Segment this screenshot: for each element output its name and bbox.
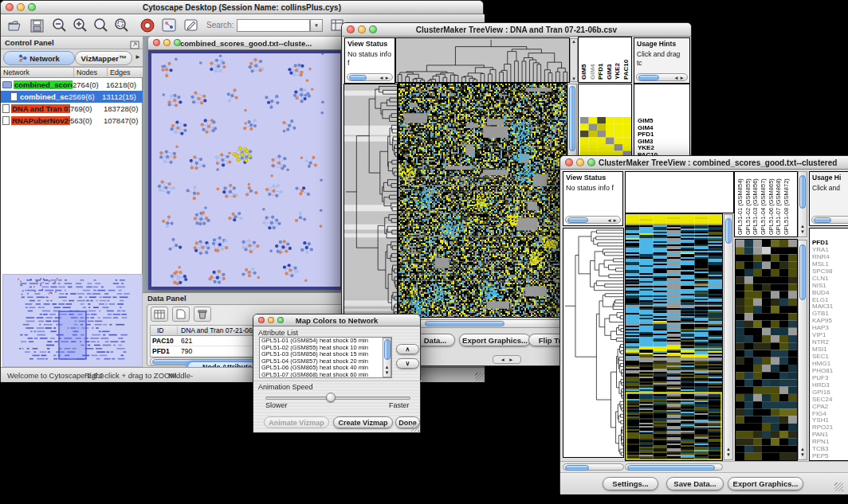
zoom-out-icon[interactable] [50, 16, 69, 35]
new-attribute-icon[interactable] [172, 307, 190, 322]
tv1-save-data-button[interactable]: Data... [415, 334, 455, 346]
tv2-export-graphics-button[interactable]: Export Graphics... [728, 477, 803, 490]
tv1-status-scrollbar[interactable]: ◄► [347, 73, 393, 81]
tv1-heatmap-canvas[interactable] [398, 84, 567, 317]
search-dropdown-icon[interactable]: ▼ [310, 19, 323, 32]
scrollbar-thumb[interactable] [627, 465, 715, 471]
zoom-button[interactable] [369, 25, 377, 33]
resize-grip[interactable] [475, 373, 484, 381]
scrollbar-thumb[interactable] [425, 321, 504, 326]
network-overview-canvas[interactable] [2, 274, 143, 367]
network-row[interactable]: RNAPuberNov2+563(0)107847(0) [1, 115, 143, 127]
close-button[interactable] [6, 3, 14, 11]
scroll-arrows[interactable]: ◄► [379, 75, 391, 80]
scroll-left-icon[interactable]: ◄ [607, 217, 612, 223]
move-up-button[interactable]: ∧ [396, 344, 419, 354]
tv2-dendrogram-canvas[interactable] [563, 229, 623, 457]
scroll-down-icon[interactable]: ▼ [571, 76, 577, 81]
header-edges[interactable]: Edges [108, 68, 143, 77]
move-down-button[interactable]: ∨ [396, 358, 419, 369]
animate-vizmap-button[interactable]: Animate Vizmap [264, 416, 329, 428]
tab-vizmapper[interactable]: VizMapper™ [75, 51, 132, 65]
create-vizmap-button[interactable]: Create Vizmap [333, 416, 393, 428]
scrollbar-thumb[interactable] [799, 175, 806, 209]
resize-grip[interactable] [410, 423, 419, 432]
treeview1-titlebar[interactable]: ClusterMaker TreeView : DNA and Tran 07-… [342, 23, 691, 37]
minimize-button[interactable] [17, 3, 25, 11]
minimize-button[interactable] [163, 39, 171, 46]
scroll-left-icon[interactable]: ◄ [501, 357, 505, 362]
tv2-settings-button[interactable]: Settings... [603, 477, 658, 490]
zoom-selected-icon[interactable] [112, 16, 132, 35]
header-nodes[interactable]: Nodes [74, 68, 108, 77]
tv1-left-dendrogram-canvas[interactable] [344, 84, 397, 318]
tv2-status-scrollbar[interactable]: ◄► [565, 216, 621, 224]
scroll-down-icon[interactable]: ▼ [799, 452, 807, 458]
tv1-top-dendrogram-canvas[interactable] [396, 38, 569, 82]
close-button[interactable] [347, 25, 355, 33]
scroll-up-icon[interactable]: ▲ [571, 39, 577, 44]
resize-grip[interactable] [834, 483, 843, 491]
minimize-button[interactable] [268, 317, 274, 323]
tv2-hints-scrollbar[interactable] [811, 216, 848, 224]
scroll-down-icon[interactable]: ▼ [383, 370, 391, 376]
scroll-left-icon[interactable]: ◄ [673, 75, 679, 80]
scrollbar-thumb[interactable] [638, 75, 659, 80]
network-row[interactable]: combined_scores2764(0)16218(0) [1, 79, 143, 91]
minimize-button[interactable] [358, 25, 366, 33]
close-button[interactable] [565, 158, 573, 166]
scrollbar-thumb[interactable] [814, 217, 831, 223]
scroll-arrows[interactable]: ◄► [607, 217, 618, 223]
scrollbar-thumb[interactable] [384, 339, 391, 360]
slider-thumb[interactable] [326, 393, 336, 402]
tv2-heat-hscrollbar[interactable] [625, 463, 723, 471]
tv2-labels-vscrollbar[interactable]: ▲ ▼ [798, 171, 807, 237]
zoom-button[interactable] [174, 39, 181, 46]
scroll-up-icon[interactable]: ▲ [799, 447, 807, 452]
network-row[interactable]: DNA and Tran 07769(0)183728(0) [1, 103, 143, 115]
scroll-right-icon[interactable]: ► [508, 357, 513, 362]
minimize-button[interactable] [576, 158, 584, 166]
tv2-heatmap-canvas[interactable] [626, 214, 722, 460]
zoom-button[interactable] [28, 3, 36, 11]
tv2-heatmap-vscrollbar[interactable]: ▲ ▼ [724, 214, 733, 460]
network-row[interactable]: combined_sco2569(6)13112(15) [1, 91, 143, 103]
help-ring-icon[interactable] [138, 16, 157, 35]
close-button[interactable] [258, 317, 265, 323]
header-network[interactable]: Network [1, 68, 74, 77]
tv1-bottom-scroll-arrows[interactable]: ◄► [493, 355, 521, 364]
scroll-right-icon[interactable]: ► [385, 75, 391, 80]
tv2-dendro-hscrollbar[interactable] [563, 463, 624, 471]
scroll-right-icon[interactable]: ► [680, 75, 685, 80]
dialog-titlebar[interactable]: Map Colors to Network [253, 315, 420, 326]
treeview2-titlebar[interactable]: ClusterMaker TreeView : combined_scores_… [560, 156, 848, 170]
attribute-list-item[interactable]: GPL51-07 (GSM868) heat shock 60 min [260, 372, 391, 378]
scroll-left-icon[interactable]: ◄ [379, 75, 384, 80]
scrollbar-thumb[interactable] [565, 465, 589, 471]
select-attributes-icon[interactable] [151, 307, 168, 322]
scroll-arrows[interactable]: ◄► [673, 75, 685, 80]
attribute-list-scrollbar[interactable]: ▲ ▼ [383, 338, 391, 377]
scroll-down-icon[interactable]: ▼ [724, 452, 732, 458]
tv1-heatmap-hscrollbar[interactable] [398, 319, 567, 328]
vizmapper-icon[interactable] [160, 16, 179, 35]
zoom-fit-icon[interactable] [92, 16, 111, 35]
tv1-correlation-matrix-canvas[interactable] [580, 117, 631, 158]
tv1-export-graphics-button[interactable]: Export Graphics... [459, 334, 531, 346]
search-input[interactable] [237, 19, 310, 32]
scrollbar-thumb[interactable] [799, 244, 806, 300]
close-button[interactable] [153, 39, 160, 46]
open-file-icon[interactable] [6, 16, 25, 35]
annotation-icon[interactable] [183, 16, 202, 35]
id-column-header[interactable]: ID [151, 326, 178, 334]
delete-attribute-icon[interactable] [194, 307, 211, 322]
scroll-right-icon[interactable]: ► [613, 217, 618, 223]
scrollbar-thumb[interactable] [567, 217, 588, 223]
zoom-in-icon[interactable] [71, 16, 90, 35]
main-title-bar[interactable]: Cytoscape Desktop (Session Name: collins… [1, 1, 483, 14]
animation-speed-slider[interactable] [265, 397, 410, 400]
scrollbar-thumb[interactable] [349, 75, 367, 80]
scrollbar-thumb[interactable] [725, 218, 732, 244]
tab-network[interactable]: Network [3, 51, 75, 65]
tv2-zoom-vscrollbar[interactable]: ▲ ▼ [798, 240, 807, 460]
